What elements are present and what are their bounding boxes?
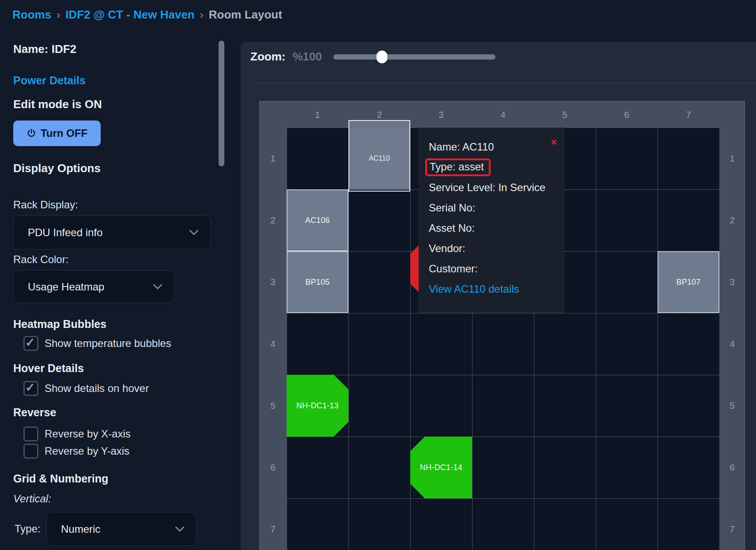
column-label: 1 xyxy=(287,105,348,124)
reverse-x-checkbox[interactable] xyxy=(23,426,38,441)
room-name-label: Name: IDF2 xyxy=(13,42,76,56)
show-hover-checkbox[interactable] xyxy=(23,381,38,396)
tooltip-vendor: Vendor: xyxy=(429,238,564,259)
chevron-down-icon xyxy=(175,526,185,532)
reverse-x-row: Reverse by X-axis xyxy=(23,426,131,441)
chevron-down-icon xyxy=(189,230,199,235)
row-label: 2 xyxy=(719,189,745,251)
row-label: 2 xyxy=(259,189,287,251)
cell-label: NH-DC1-13 xyxy=(296,401,339,411)
reverse-x-label: Reverse by X-axis xyxy=(45,428,131,440)
vertical-type-value: Numeric xyxy=(61,523,100,535)
reverse-y-checkbox[interactable] xyxy=(23,444,38,459)
power-icon xyxy=(26,128,36,138)
column-label: 5 xyxy=(534,105,596,124)
tooltip-type-row: Type: asset xyxy=(429,157,564,177)
grid-cell-rack-selected[interactable]: AC110 xyxy=(348,120,410,192)
rack-color-value: Usage Heatmap xyxy=(28,281,104,293)
tooltip-asset-no: Asset No: xyxy=(429,218,564,238)
breadcrumb-current: Room Layout xyxy=(209,8,282,22)
rack-color-select[interactable]: Usage Heatmap xyxy=(13,270,174,303)
selection-extension xyxy=(349,121,409,128)
room-layout-page: Rooms › IDF2 @ CT - New Haven › Room Lay… xyxy=(0,0,756,550)
grid-cell-rack[interactable]: BP107 xyxy=(658,251,719,313)
cell-label: NH-DC1-14 xyxy=(420,463,462,472)
breadcrumb-separator: › xyxy=(200,9,204,21)
tooltip-name: Name: AC110 xyxy=(429,137,564,157)
turn-off-label: Turn OFF xyxy=(41,127,87,139)
hover-details-heading: Hover Details xyxy=(13,362,84,375)
row-label: 3 xyxy=(719,251,745,313)
heatmap-bubbles-heading: Heatmap Bubbles xyxy=(13,318,106,331)
cell-label: BP107 xyxy=(676,278,700,287)
rack-display-select[interactable]: PDU Infeed info xyxy=(13,215,211,249)
column-label: 3 xyxy=(410,105,472,124)
tooltip-customer: Customer: xyxy=(429,259,564,279)
display-options-heading: Display Options xyxy=(13,162,101,175)
type-label: Type: xyxy=(15,523,41,535)
breadcrumb-rooms-link[interactable]: Rooms xyxy=(12,8,51,22)
reverse-y-row: Reverse by Y-axis xyxy=(23,444,129,459)
tooltip-type-highlighted: Type: asset xyxy=(425,158,491,176)
row-label: 1 xyxy=(719,128,745,189)
zoom-control: Zoom: %100 xyxy=(250,50,495,64)
turn-off-button[interactable]: Turn OFF xyxy=(13,121,101,146)
grid-cell-rack[interactable]: BP105 xyxy=(287,251,348,313)
row-label: 7 xyxy=(259,498,287,550)
grid-cell-asset-green[interactable]: NH-DC1-13 xyxy=(287,375,348,437)
cell-label: AC106 xyxy=(305,216,330,225)
zoom-value: %100 xyxy=(292,50,322,64)
edit-mode-status: Edit mode is ON xyxy=(13,98,102,111)
power-details-link[interactable]: Power Details xyxy=(13,74,86,87)
reverse-y-label: Reverse by Y-axis xyxy=(45,445,129,457)
show-temp-bubbles-checkbox[interactable] xyxy=(23,336,38,351)
rack-color-label: Rack Color: xyxy=(13,253,68,266)
close-icon[interactable]: × xyxy=(551,137,557,147)
show-hover-label: Show details on hover xyxy=(45,382,149,395)
sidebar-scrollbar[interactable] xyxy=(219,41,224,166)
row-label: 1 xyxy=(259,128,287,189)
grid-cell-rack[interactable]: AC106 xyxy=(287,189,348,251)
rack-display-label: Rack Display: xyxy=(13,199,78,211)
cell-label: AC110 xyxy=(369,154,390,162)
grid-numbering-heading: Grid & Numbering xyxy=(13,472,108,485)
column-label: 4 xyxy=(472,105,534,124)
breadcrumb: Rooms › IDF2 @ CT - New Haven › Room Lay… xyxy=(12,8,282,22)
cell-label: BP105 xyxy=(305,278,329,287)
zoom-slider[interactable] xyxy=(333,54,495,60)
zoom-slider-thumb[interactable] xyxy=(377,50,388,63)
rack-display-value: PDU Infeed info xyxy=(28,226,102,239)
row-label: 5 xyxy=(719,375,745,437)
row-label: 5 xyxy=(259,375,287,437)
grid-cell-asset-green[interactable]: NH-DC1-14 xyxy=(410,437,472,498)
show-temp-bubbles-label: Show temperature bubbles xyxy=(45,337,171,350)
row-label: 4 xyxy=(259,313,287,375)
column-label: 6 xyxy=(596,105,658,124)
row-label: 4 xyxy=(719,313,745,375)
chevron-down-icon xyxy=(153,284,163,290)
row-label: 3 xyxy=(259,251,287,313)
breadcrumb-room-link[interactable]: IDF2 @ CT - New Haven xyxy=(65,8,195,22)
column-label: 7 xyxy=(658,105,719,124)
view-details-link[interactable]: View AC110 details xyxy=(429,283,519,295)
zoom-label: Zoom: xyxy=(250,50,285,64)
breadcrumb-separator: › xyxy=(57,9,60,21)
tooltip-service-level: Service Level: In Service xyxy=(429,177,564,198)
panel-divider xyxy=(254,83,756,83)
show-hover-row: Show details on hover xyxy=(23,381,149,396)
tooltip-serial-no: Serial No: xyxy=(429,198,564,218)
show-temp-bubbles-row: Show temperature bubbles xyxy=(23,336,171,351)
asset-details-tooltip: × Name: AC110 Type: asset Service Level:… xyxy=(419,128,564,313)
row-label: 6 xyxy=(719,437,745,498)
reverse-heading: Reverse xyxy=(13,406,56,419)
row-label: 7 xyxy=(719,498,745,550)
vertical-type-select[interactable]: Numeric xyxy=(46,512,197,546)
row-label: 6 xyxy=(259,437,287,498)
vertical-label: Vertical: xyxy=(13,493,51,505)
cell-body: AC110 xyxy=(349,128,409,189)
